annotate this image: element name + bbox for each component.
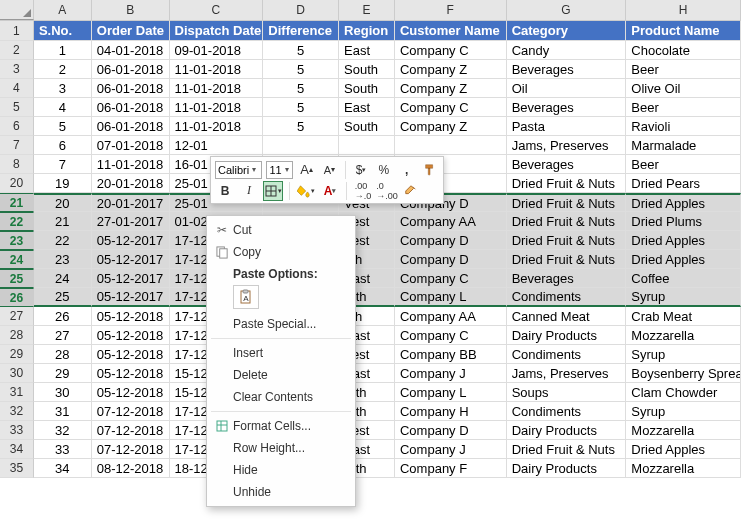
cell[interactable]: 7 [34,155,92,174]
cell[interactable]: Jams, Preserves [507,136,627,155]
col-header-A[interactable]: A [34,0,92,20]
cell[interactable]: Company BB [395,345,507,364]
cell[interactable]: Condiments [507,288,627,307]
cell[interactable]: 29 [34,364,92,383]
cell[interactable]: Canned Meat [507,307,627,326]
cell[interactable]: South [339,79,395,98]
cell[interactable]: 04-01-2018 [92,41,170,60]
row-number[interactable]: 5 [0,98,34,117]
cell[interactable]: 19 [34,174,92,193]
cell[interactable]: 11-01-2018 [170,60,264,79]
cell[interactable]: Dried Apples [626,250,741,269]
cell[interactable]: Beer [626,98,741,117]
cell[interactable]: 07-12-2018 [92,440,170,459]
cell[interactable]: Company Z [395,117,507,136]
row-number[interactable]: 24 [0,250,34,269]
cell[interactable]: Company AA [395,307,507,326]
cell[interactable]: Syrup [626,345,741,364]
cell[interactable]: Company J [395,364,507,383]
bold-button[interactable]: B [215,181,235,201]
paste-button[interactable]: A [233,285,259,309]
cell[interactable]: Company D [395,231,507,250]
cell[interactable]: South [339,117,395,136]
cell[interactable]: 27 [34,326,92,345]
cell[interactable]: 05-12-2018 [92,383,170,402]
cell[interactable]: 09-01-2018 [170,41,264,60]
cell[interactable]: 08-12-2018 [92,459,170,478]
cell[interactable]: Company Z [395,60,507,79]
cell[interactable]: 20 [34,193,92,212]
cell[interactable]: Company C [395,326,507,345]
select-all-corner[interactable] [0,0,34,20]
header-cell[interactable]: Customer Name [395,21,507,41]
col-header-B[interactable]: B [92,0,170,20]
cell[interactable]: Syrup [626,402,741,421]
cell[interactable]: 27-01-2017 [92,212,170,231]
row-number[interactable]: 21 [0,193,34,212]
header-cell[interactable]: Order Date [92,21,170,41]
cell[interactable]: 5 [263,98,339,117]
cell[interactable]: East [339,98,395,117]
row-number[interactable]: 28 [0,326,34,345]
decrease-decimal-button[interactable]: .0→.00 [377,181,397,201]
cell[interactable]: Mozzarella [626,326,741,345]
cell[interactable]: Dried Apples [626,231,741,250]
cell[interactable]: Company D [395,421,507,440]
cell[interactable]: Company C [395,269,507,288]
row-number[interactable]: 32 [0,402,34,421]
cell[interactable]: 28 [34,345,92,364]
cell[interactable]: 26 [34,307,92,326]
cell[interactable]: Dried Plums [626,212,741,231]
cell[interactable]: 33 [34,440,92,459]
cell[interactable]: 4 [34,98,92,117]
cell[interactable]: 5 [263,79,339,98]
cell[interactable]: Chocolate [626,41,741,60]
comma-format-button[interactable]: , [397,160,416,180]
row-number[interactable]: 20 [0,174,34,193]
cell[interactable]: Crab Meat [626,307,741,326]
cell[interactable]: Mozzarella [626,459,741,478]
cell[interactable]: 11-01-2018 [92,155,170,174]
cell[interactable]: 06-01-2018 [92,79,170,98]
font-color-button[interactable]: A▾ [320,181,340,201]
cell[interactable]: Dried Fruit & Nuts [507,440,627,459]
cell[interactable]: Dried Fruit & Nuts [507,250,627,269]
cell[interactable]: 06-01-2018 [92,60,170,79]
format-painter-icon[interactable] [420,160,439,180]
cell[interactable]: 6 [34,136,92,155]
header-cell[interactable]: Dispatch Date [170,21,264,41]
row-number[interactable]: 31 [0,383,34,402]
cell[interactable]: Company L [395,288,507,307]
cell[interactable]: South [339,60,395,79]
cell[interactable]: 5 [34,117,92,136]
cell[interactable] [339,136,395,155]
percent-format-button[interactable]: % [375,160,394,180]
cell[interactable]: 23 [34,250,92,269]
cell[interactable]: 05-12-2018 [92,364,170,383]
cell[interactable]: Oil [507,79,627,98]
cell[interactable]: 24 [34,269,92,288]
cell[interactable]: 05-12-2017 [92,250,170,269]
cell[interactable]: Dried Fruit & Nuts [507,193,627,212]
row-number[interactable]: 35 [0,459,34,478]
cell[interactable] [395,136,507,155]
cell[interactable]: Company F [395,459,507,478]
clear-contents-menu-item[interactable]: Clear Contents [207,386,355,408]
row-number[interactable]: 26 [0,288,34,307]
cell[interactable]: Dried Apples [626,193,741,212]
cell[interactable]: 05-12-2017 [92,288,170,307]
row-number[interactable]: 4 [0,79,34,98]
header-cell[interactable]: Difference [263,21,339,41]
cell[interactable]: Marmalade [626,136,741,155]
cell[interactable]: Dried Fruit & Nuts [507,231,627,250]
hide-menu-item[interactable]: Hide [207,459,355,481]
cell[interactable]: 06-01-2018 [92,98,170,117]
cell[interactable]: Company C [395,41,507,60]
cell[interactable]: Dairy Products [507,459,627,478]
cell[interactable]: Dried Apples [626,440,741,459]
cell[interactable]: Clam Chowder [626,383,741,402]
row-number[interactable]: 6 [0,117,34,136]
cell[interactable]: 06-01-2018 [92,117,170,136]
row-number[interactable]: 29 [0,345,34,364]
cell[interactable]: 5 [263,117,339,136]
